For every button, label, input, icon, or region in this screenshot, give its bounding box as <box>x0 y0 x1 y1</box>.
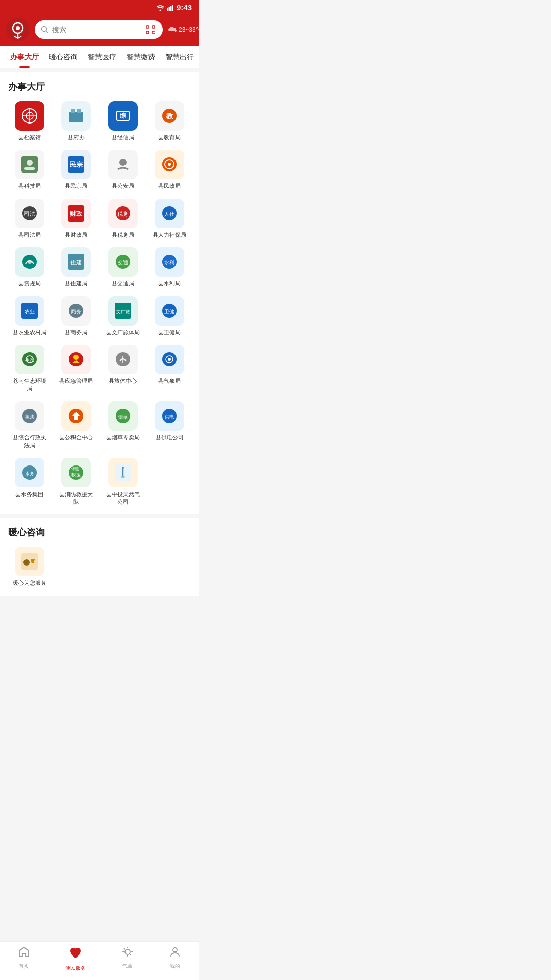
list-item[interactable]: 教 县教育局 <box>148 101 191 141</box>
list-item[interactable]: 县应急管理局 <box>55 345 98 393</box>
service-label: 县档案馆 <box>18 134 41 141</box>
svg-text:卫健: 卫健 <box>164 309 174 314</box>
bottom-nav-weather-label: 气象 <box>122 963 133 970</box>
svg-text:供电: 供电 <box>165 414 174 420</box>
list-item[interactable]: 县气象局 <box>148 345 191 393</box>
list-item[interactable]: 县科技局 <box>8 150 51 190</box>
list-item[interactable]: 县府办 <box>55 101 98 141</box>
service-icon: 执法 <box>15 401 44 431</box>
list-item[interactable]: 烟草 县烟草专卖局 <box>102 401 144 450</box>
tab-banshi[interactable]: 办事大厅 <box>5 46 44 68</box>
service-label: 县公积金中心 <box>59 434 93 442</box>
service-label: 县资规局 <box>18 280 41 287</box>
service-icon: 生态 <box>15 345 44 374</box>
bottom-nav-mine-label: 我的 <box>170 963 180 970</box>
svg-text:消防: 消防 <box>71 467 81 472</box>
status-time: 9:43 <box>177 3 192 12</box>
service-label: 县民政局 <box>158 182 181 190</box>
search-bar[interactable] <box>35 20 163 39</box>
service-label: 县旅体中心 <box>109 377 137 385</box>
svg-text:烟草: 烟草 <box>118 414 128 420</box>
service-icon <box>15 101 44 131</box>
tab-chuxing[interactable]: 智慧出行 <box>160 46 199 68</box>
service-icon: 综 <box>108 101 138 131</box>
home-icon <box>18 946 30 961</box>
svg-point-84 <box>121 476 125 478</box>
list-item[interactable]: 卫健 县卫健局 <box>148 296 191 336</box>
list-item[interactable]: 暖心为您服务 <box>8 547 51 587</box>
svg-text:救援: 救援 <box>71 472 81 477</box>
list-item[interactable]: 交通 县交通局 <box>102 247 144 287</box>
svg-rect-21 <box>69 112 83 122</box>
service-icon <box>61 345 91 374</box>
list-item[interactable]: 消防 救援 县消防救援大队 <box>55 458 98 506</box>
list-item[interactable]: 住建 县住建局 <box>55 247 98 287</box>
nav-tabs: 办事大厅 暖心咨询 智慧医疗 智慧缴费 智慧出行 <box>0 46 199 68</box>
list-item[interactable]: 商务 县商务局 <box>55 296 98 336</box>
search-input[interactable] <box>52 26 141 34</box>
list-item[interactable]: 县民政局 <box>148 150 191 190</box>
svg-rect-12 <box>146 31 149 34</box>
tab-nuanxin[interactable]: 暖心咨询 <box>44 46 83 68</box>
app-header: 23~33℃ <box>0 15 199 46</box>
service-label: 县应急管理局 <box>59 377 93 385</box>
list-item[interactable]: 县资规局 <box>8 247 51 287</box>
app-logo[interactable] <box>6 18 30 41</box>
svg-line-93 <box>124 948 125 949</box>
svg-point-65 <box>73 355 79 360</box>
svg-rect-3 <box>170 6 172 11</box>
list-item[interactable]: 县公安局 <box>102 150 144 190</box>
svg-point-87 <box>23 559 30 566</box>
weather-info: 23~33℃ <box>168 26 199 33</box>
svg-point-95 <box>173 948 177 952</box>
svg-point-33 <box>119 159 127 166</box>
svg-point-85 <box>122 467 124 469</box>
list-item[interactable]: 综 县经信局 <box>102 101 144 141</box>
list-item[interactable]: 税务 县税务局 <box>102 199 144 239</box>
list-item[interactable]: 水利 县水利局 <box>148 247 191 287</box>
service-icon: 水务 <box>15 458 44 487</box>
service-label: 县气象局 <box>158 377 181 385</box>
list-item[interactable]: 人社 县人力社保局 <box>148 199 191 239</box>
service-label: 县府办 <box>68 134 85 141</box>
list-item[interactable]: 水务 县水务集团 <box>8 458 51 506</box>
tab-jiaofei[interactable]: 智慧缴费 <box>121 46 160 68</box>
svg-rect-22 <box>71 109 75 113</box>
service-icon: 人社 <box>155 199 184 228</box>
service-label: 县住建局 <box>65 280 87 287</box>
service-label: 暖心为您服务 <box>13 579 46 587</box>
scan-icon[interactable] <box>144 23 157 36</box>
list-item[interactable]: 民宗 县民宗局 <box>55 150 98 190</box>
svg-line-9 <box>46 31 48 33</box>
list-item[interactable]: 县公积金中心 <box>55 401 98 450</box>
service-label: 县中投天然气公司 <box>105 491 141 506</box>
service-label: 县商务局 <box>65 329 87 336</box>
svg-text:农业: 农业 <box>24 309 35 314</box>
list-item[interactable]: 供电 县供电公司 <box>148 401 191 450</box>
list-item[interactable]: 县档案馆 <box>8 101 51 141</box>
svg-text:交通: 交通 <box>118 260 128 265</box>
list-item[interactable]: 司法 县司法局 <box>8 199 51 239</box>
svg-text:教: 教 <box>166 112 173 120</box>
svg-rect-4 <box>172 5 173 11</box>
bottom-nav-service[interactable]: 便民服务 <box>65 946 86 972</box>
tab-yiliao[interactable]: 智慧医疗 <box>83 46 121 68</box>
service-icon: 消防 救援 <box>61 458 91 487</box>
list-item[interactable]: 县中投天然气公司 <box>102 458 144 506</box>
bottom-nav-home[interactable]: 首页 <box>18 946 30 972</box>
service-label: 县公安局 <box>112 182 134 190</box>
service-icon <box>155 345 184 374</box>
service-icon: 司法 <box>15 199 44 228</box>
list-item[interactable]: 县旅体中心 <box>102 345 144 393</box>
list-item[interactable]: 农业 县农业农村局 <box>8 296 51 336</box>
list-item[interactable]: 生态 苍南生态环境局 <box>8 345 51 393</box>
bottom-nav-weather[interactable]: 气象 <box>121 946 134 972</box>
list-item[interactable]: 执法 县综合行政执法局 <box>8 401 51 450</box>
bottom-nav-mine[interactable]: 我的 <box>169 946 181 972</box>
svg-rect-2 <box>168 7 170 11</box>
svg-rect-23 <box>77 109 81 113</box>
service-icon: 民宗 <box>61 150 91 179</box>
list-item[interactable]: 文广旅 县文广旅体局 <box>102 296 144 336</box>
service-icon: 文广旅 <box>108 296 138 326</box>
list-item[interactable]: 财政 县财政局 <box>55 199 98 239</box>
